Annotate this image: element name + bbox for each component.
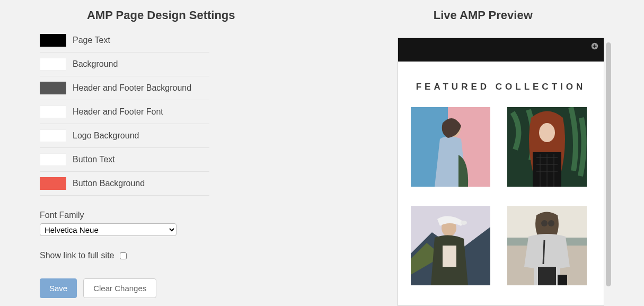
setting-label: Background: [73, 59, 118, 69]
preview-scrollbar[interactable]: [606, 42, 611, 286]
color-swatch-page-text[interactable]: [40, 34, 66, 47]
product-image-2[interactable]: [507, 107, 587, 187]
setting-row-button-bg: Button Background: [40, 172, 209, 196]
color-swatch-logo-bg[interactable]: [40, 129, 66, 142]
setting-row-header-footer-bg: Header and Footer Background: [40, 76, 209, 100]
product-image-1[interactable]: [411, 107, 490, 187]
preview-frame: FEATURED COLLECTION: [398, 38, 604, 306]
plus-icon[interactable]: [591, 42, 598, 50]
svg-point-25: [548, 220, 554, 226]
clear-changes-button[interactable]: Clear Changes: [83, 278, 156, 298]
preview-header-bar: [398, 38, 604, 62]
setting-row-header-footer-font: Header and Footer Font: [40, 100, 209, 124]
setting-row-page-text: Page Text: [40, 34, 209, 53]
preview-heading: FEATURED COLLECTION: [398, 62, 604, 107]
setting-label: Page Text: [73, 36, 110, 45]
show-full-site-label: Show link to full site: [40, 251, 114, 260]
setting-label: Header and Footer Background: [73, 83, 191, 93]
setting-label: Button Background: [73, 179, 145, 188]
svg-rect-2: [593, 46, 597, 47]
font-family-label: Font Family: [40, 211, 209, 220]
setting-row-background: Background: [40, 53, 209, 76]
color-swatch-button-bg[interactable]: [40, 177, 66, 190]
color-swatch-background[interactable]: [40, 58, 66, 71]
settings-panel: AMP Page Design Settings Page Text Backg…: [0, 0, 322, 306]
svg-rect-26: [538, 267, 556, 285]
preview-title: Live AMP Preview: [322, 0, 645, 34]
product-image-3[interactable]: [411, 206, 490, 285]
color-swatch-header-footer-bg[interactable]: [40, 82, 66, 94]
svg-rect-28: [558, 275, 567, 285]
setting-row-button-text: Button Text: [40, 148, 209, 172]
font-family-select[interactable]: Helvetica Neue: [40, 223, 177, 236]
setting-label: Logo Background: [73, 131, 139, 141]
svg-line-27: [543, 240, 544, 264]
show-full-site-checkbox[interactable]: [120, 252, 127, 259]
svg-point-18: [461, 221, 467, 225]
setting-label: Button Text: [73, 155, 115, 164]
setting-label: Header and Footer Font: [73, 107, 163, 117]
svg-point-24: [541, 220, 548, 226]
preview-product-grid: [398, 107, 604, 285]
svg-point-8: [539, 123, 555, 142]
color-swatch-header-footer-font[interactable]: [40, 106, 66, 118]
setting-row-logo-bg: Logo Background: [40, 124, 209, 148]
product-image-4[interactable]: [507, 206, 587, 285]
color-swatch-button-text[interactable]: [40, 153, 66, 166]
settings-title: AMP Page Design Settings: [0, 0, 322, 34]
svg-rect-19: [443, 246, 456, 267]
color-settings-list: Page Text Background Header and Footer B…: [40, 34, 209, 196]
save-button[interactable]: Save: [40, 278, 77, 298]
